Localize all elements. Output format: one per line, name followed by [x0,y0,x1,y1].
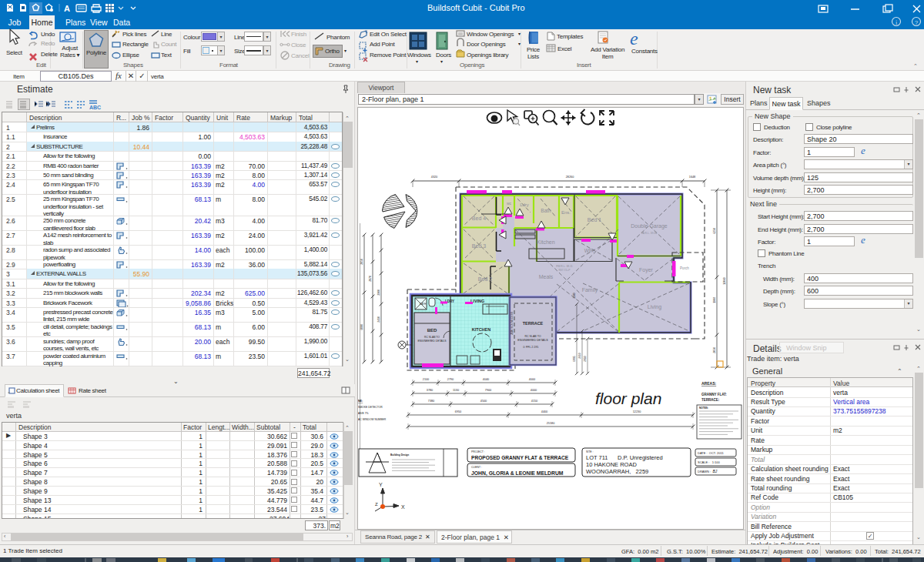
svg-text:2050: 2050 [360,259,363,265]
svg-text:6995: 6995 [573,356,576,362]
svg-text:4000: 4000 [529,378,535,381]
svg-text:1908: 1908 [713,297,716,303]
svg-text:4500: 4500 [480,400,487,403]
svg-text:2100: 2100 [423,378,429,381]
svg-text:A: A [64,4,70,13]
svg-text:?: ? [915,19,919,26]
svg-text:FW.R.L. 38.11: FW.R.L. 38.11 [556,265,573,268]
svg-text:Living: Living [648,304,661,310]
svg-text:SCALE : 1:100: SCALE : 1:100 [698,460,720,464]
svg-text:RC SLAB TO: RC SLAB TO [524,335,541,338]
svg-text:FA R.L. 39.36: FA R.L. 39.36 [641,232,658,235]
svg-text:Foyer: Foyer [639,267,654,273]
svg-text:PROJECT :: PROJECT : [471,450,485,453]
svg-text:PROPOSED GRANNY FLAT & TERRACE: PROPOSED GRANNY FLAT & TERRACE [471,455,569,460]
svg-text:2070: 2070 [369,276,372,282]
svg-text:12230: 12230 [633,410,641,413]
svg-text:AC WINDOW NUMBER: AC WINDOW NUMBER [358,418,387,421]
svg-text:3900: 3900 [377,289,380,296]
svg-text:X: X [401,504,405,510]
svg-text:2110 SCK NECESS: 2110 SCK NECESS [511,311,514,335]
svg-text:Ens.: Ens. [561,210,571,215]
svg-text:4320: 4320 [431,176,437,179]
svg-text:TERRACE: TERRACE [523,321,544,326]
svg-text:AS/E 7%: AS/E 7% [358,412,369,415]
svg-text:6250: 6250 [713,228,716,234]
svg-text:wc: wc [507,201,512,206]
svg-text:i: i [896,19,898,26]
svg-text:LOT 711 D.P. Unregistered: LOT 711 D.P. Unregistered [586,454,663,461]
svg-text:TERRACE:: TERRACE: [701,398,720,402]
svg-text:Meals: Meals [539,274,554,279]
svg-text:KITCHEN: KITCHEN [472,327,490,332]
svg-text:Bed 1: Bed 1 [588,217,601,222]
svg-text:GRANNY FLAT:: GRANNY FLAT: [701,393,727,396]
svg-text:Porch: Porch [680,266,689,270]
svg-text:28260: 28260 [566,176,574,179]
svg-text:JOHN, GLORIA & LEONIE MELDRUM: JOHN, GLORIA & LEONIE MELDRUM [471,470,564,477]
svg-text:BED: BED [427,328,437,333]
svg-text:7900: 7900 [485,389,491,392]
svg-text:SITE :: SITE : [586,450,593,453]
svg-text:Bath: Bath [541,208,551,213]
svg-text:1130: 1130 [453,389,459,392]
svg-text:Kitchen: Kitchen [537,239,554,245]
svg-text:AREAS:: AREAS: [701,381,717,386]
svg-text:NOTES:: NOTES: [699,406,708,410]
svg-text:② FFL 2.195: ② FFL 2.195 [523,346,538,349]
svg-text:floor plan: floor plan [595,390,661,407]
svg-text:2050: 2050 [713,347,716,353]
svg-text:DATE : OCT. 2011: DATE : OCT. 2011 [698,451,724,455]
svg-text:6950: 6950 [455,410,461,413]
svg-text:3780: 3780 [427,389,433,392]
svg-text:Building Design: Building Design [390,453,409,457]
svg-text:6000: 6000 [360,324,363,330]
svg-text:SMOKE DETECTOR: SMOKE DETECTOR [358,406,383,409]
svg-text:Bed 2: Bed 2 [478,276,492,282]
svg-text:Z: Z [375,502,378,507]
svg-text:Bed 4: Bed 4 [472,216,486,221]
svg-text:12060: 12060 [723,277,726,285]
svg-text:Y: Y [379,482,383,487]
svg-text:25580: 25580 [547,422,555,425]
svg-text:4040: 4040 [483,378,489,381]
svg-text:10 HAKONE ROAD: 10 HAKONE ROAD [586,461,637,468]
svg-text:ABC: ABC [89,105,101,110]
svg-text:CLIENT :: CLIENT : [471,466,482,469]
svg-text:2790: 2790 [447,378,454,381]
svg-text:2610: 2610 [578,353,581,359]
svg-text:3240: 3240 [573,293,576,299]
svg-text:Double Garage: Double Garage [631,223,668,229]
svg-text:4400: 4400 [541,410,547,413]
svg-text:Bed 3: Bed 3 [472,243,486,249]
svg-text:WIR: WIR [584,248,594,253]
svg-text:2950: 2950 [584,356,587,362]
svg-text:7380: 7380 [428,400,434,403]
svg-text:2410: 2410 [377,316,380,323]
svg-text:BATH: BATH [420,303,427,306]
svg-text:Family: Family [582,287,598,293]
svg-text:WOONGARRAH, 2259: WOONGARRAH, 2259 [586,468,648,475]
svg-text:4000: 4000 [531,389,537,392]
svg-text:4150: 4150 [531,400,537,403]
svg-text:DRAWN : BJ: DRAWN : BJ [698,469,718,473]
svg-text:1648: 1648 [689,176,695,179]
svg-text:R37.72+P: R37.72+P [558,269,571,272]
svg-text:ENGINEERED DETAILS: ENGINEERED DETAILS [517,339,548,342]
svg-text:NE:: NE: [358,400,363,403]
svg-text:RC SLAB TO: RC SLAB TO [424,336,440,339]
svg-text:Ldry: Ldry [520,202,529,207]
svg-text:ENGINEERED DETAILS: ENGINEERED DETAILS [417,340,447,343]
